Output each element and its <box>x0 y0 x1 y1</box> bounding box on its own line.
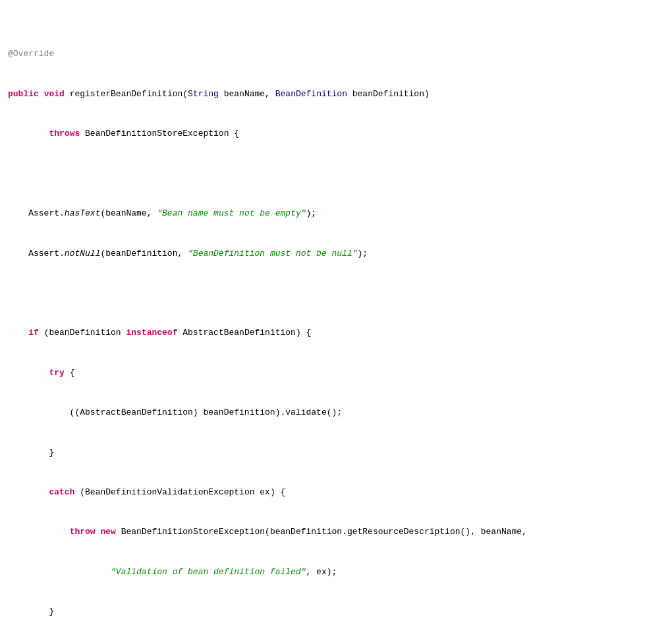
line-5: Assert.hasText(beanName, "Bean name must… <box>8 207 664 220</box>
line-11: } <box>8 446 664 460</box>
code-view: @Override public void registerBeanDefini… <box>0 5 672 625</box>
line-9: try { <box>8 367 664 380</box>
line-13: throw new BeanDefinitionStoreException(b… <box>8 525 664 539</box>
line-8: if (beanDefinition instanceof AbstractBe… <box>8 326 664 340</box>
line-7 <box>8 287 664 300</box>
line-15: } <box>8 605 664 618</box>
line-1: @Override <box>8 47 664 61</box>
line-12: catch (BeanDefinitionValidationException… <box>8 486 664 499</box>
line-3: throws BeanDefinitionStoreException { <box>8 127 664 140</box>
line-10: ((AbstractBeanDefinition) beanDefinition… <box>8 406 664 419</box>
line-14: "Validation of bean definition failed", … <box>8 566 664 579</box>
annotation: @Override <box>8 49 54 59</box>
line-4 <box>8 167 664 181</box>
line-6: Assert.notNull(beanDefinition, "BeanDefi… <box>8 247 664 260</box>
line-2: public void registerBeanDefinition(Strin… <box>8 88 664 101</box>
